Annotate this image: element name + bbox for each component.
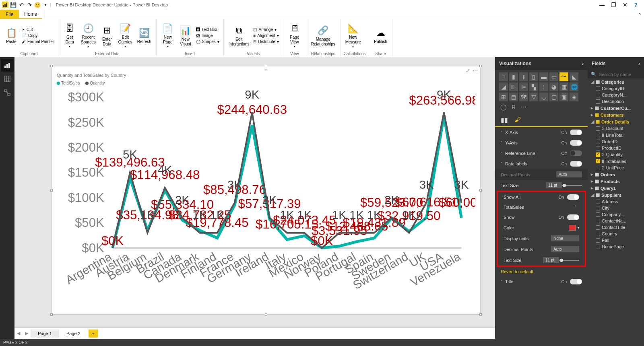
arrange-button[interactable]: ⬚Arrange ▾ — [252, 27, 279, 32]
filled-map-icon[interactable]: 🗺 — [519, 93, 528, 101]
field-quantity[interactable]: ΣQuantity — [588, 151, 644, 158]
format-text-size-top[interactable]: Text Size — [495, 180, 588, 191]
field-fax[interactable]: Fax — [588, 237, 644, 243]
edit-interactions-button[interactable]: ⧉Edit Interactions — [227, 23, 251, 47]
stacked-area-icon[interactable]: ◢ — [499, 82, 508, 91]
format-decimal-top[interactable]: Decimal Points — [495, 169, 588, 180]
revert-default[interactable]: Revert to default — [495, 267, 588, 276]
card-icon[interactable]: ▢ — [549, 93, 558, 101]
text-box-button[interactable]: 🅰Text Box — [195, 27, 220, 32]
field-country[interactable]: Country — [588, 231, 644, 237]
save-icon[interactable]: 💾 — [10, 1, 17, 8]
funnel-icon[interactable]: ▽ — [529, 93, 538, 101]
add-page-button[interactable]: + — [89, 330, 98, 338]
report-canvas[interactable]: ═ ⤢ ⋯ Quantity and TotalSales by Country… — [52, 66, 481, 315]
format-y-axis[interactable]: ˅Y-AxisOn — [495, 138, 588, 148]
table-categories[interactable]: ◢▦Categories — [588, 78, 644, 85]
redo-icon[interactable]: ↷ — [26, 1, 33, 8]
next-page-icon[interactable]: ▶ — [23, 331, 31, 336]
format-painter-button[interactable]: 🖌Format Painter — [21, 39, 55, 44]
donut-icon[interactable]: ◯ — [499, 103, 508, 111]
format-reference-line[interactable]: ˅Reference LineOff — [495, 148, 588, 159]
alignment-button[interactable]: ≡Alignment ▾ — [252, 33, 279, 38]
table-customers[interactable]: ▸▦Customers — [588, 111, 644, 118]
undo-icon[interactable]: ↶ — [18, 1, 25, 8]
paste-button[interactable]: 📋Paste — [3, 26, 19, 45]
decimal-top-input[interactable] — [556, 171, 582, 177]
focus-mode-icon[interactable]: ⤢ — [466, 68, 470, 74]
map-icon[interactable]: 🌐 — [570, 82, 578, 91]
field-homepage[interactable]: HomePage — [588, 243, 644, 250]
pie-icon[interactable]: ◕ — [549, 82, 558, 91]
image-button[interactable]: 🖼Image — [195, 33, 220, 38]
collapse-viz-icon[interactable]: › — [582, 61, 584, 66]
table-suppliers[interactable]: ◢▦Suppliers — [588, 192, 644, 198]
tab-file[interactable]: File — [0, 10, 19, 19]
new-visual-button[interactable]: 📊New Visual — [178, 23, 194, 47]
new-page-button[interactable]: 📄New Page▾ — [160, 21, 176, 49]
format-title[interactable]: ˅TitleOn — [495, 276, 588, 287]
field-totalsales[interactable]: ▮TotalSales — [588, 158, 644, 165]
hundred-column-icon[interactable]: ▭ — [549, 72, 558, 81]
format-tab-icon[interactable]: 🖌 — [514, 116, 521, 124]
data-view-icon[interactable] — [1, 72, 14, 85]
collapse-ribbon-icon[interactable]: ^ — [639, 12, 641, 17]
recent-sources-button[interactable]: 🕘Recent Sources▾ — [79, 21, 97, 49]
shapes-button[interactable]: ◯Shapes ▾ — [195, 39, 220, 44]
multi-card-icon[interactable]: ▣ — [559, 93, 568, 101]
fields-search[interactable]: 🔍 — [588, 70, 644, 78]
table-customercu[interactable]: ▸▦CustomerCu... — [588, 105, 644, 111]
treemap-icon[interactable]: ▦ — [559, 82, 568, 91]
field-productid[interactable]: ProductID — [588, 145, 644, 151]
viz-gallery[interactable]: ≡ ▮ ⫿ ▯ ▬ ▭ 〜 ◣ ◢ ⊪ ⊫ ▚ ⋮ ◕ ▦ 🌐 ⊞ ▤ 🗺 ▽ … — [495, 70, 588, 114]
format-data-labels[interactable]: ˄Data labelsOn — [495, 159, 588, 169]
page-tab-1[interactable]: Page 1 — [31, 330, 59, 338]
more-options-icon[interactable]: ⋯ — [473, 68, 478, 74]
line-stacked-icon[interactable]: ⊪ — [509, 82, 518, 91]
close-icon[interactable]: ✕ — [623, 2, 627, 8]
table-query1[interactable]: ▸▦Query1 — [588, 185, 644, 192]
fields-tab-icon[interactable]: ▮▮ — [501, 116, 508, 124]
decimal-points-input[interactable] — [551, 246, 579, 252]
field-city[interactable]: City — [588, 205, 644, 211]
get-data-button[interactable]: 🗄Get Data▾ — [62, 21, 78, 49]
field-contactname[interactable]: ContactNa... — [588, 218, 644, 224]
text-size-top-input[interactable] — [546, 182, 562, 188]
scatter-icon[interactable]: ⋮ — [539, 82, 548, 91]
drag-handle-icon[interactable]: ═ — [264, 68, 267, 72]
qat-dropdown-icon[interactable]: ▾ — [42, 1, 49, 8]
minimize-icon[interactable]: — — [599, 2, 605, 8]
matrix-icon[interactable]: ▤ — [509, 93, 518, 101]
field-categoryid[interactable]: CategoryID — [588, 85, 644, 92]
field-description[interactable]: Description — [588, 98, 644, 105]
clustered-bar-icon[interactable]: ⫿ — [519, 72, 528, 81]
format-show-all[interactable]: Show AllOn — [498, 192, 585, 202]
refresh-button[interactable]: 🔄Refresh — [136, 26, 153, 45]
format-decimal-points[interactable]: Decimal Points — [498, 244, 585, 255]
enter-data-button[interactable]: ⊞Enter Data — [99, 23, 115, 47]
field-unitprice[interactable]: ΣUnitPrice — [588, 165, 644, 171]
table-icon[interactable]: ⊞ — [499, 93, 508, 101]
copy-button[interactable]: 📄Copy — [21, 33, 55, 38]
area-chart-icon[interactable]: ◣ — [570, 72, 578, 81]
page-tab-2[interactable]: Page 2 — [59, 330, 88, 338]
gauge-icon[interactable]: ◡ — [539, 93, 548, 101]
manage-relationships-button[interactable]: 🔗Manage Relationships — [310, 23, 337, 47]
edit-queries-button[interactable]: 📝Edit Queries▾ — [117, 21, 134, 49]
report-view-icon[interactable] — [1, 59, 14, 72]
page-view-button[interactable]: 🖥Page View▾ — [287, 21, 303, 49]
help-icon[interactable]: ? — [634, 2, 638, 8]
new-measure-button[interactable]: 📐New Measure▾ — [344, 21, 363, 49]
r-visual-icon[interactable]: R — [509, 103, 518, 111]
collapse-fields-icon[interactable]: › — [638, 61, 640, 66]
smiley-icon[interactable]: 🙂 — [34, 1, 41, 8]
line-clustered-icon[interactable]: ⊫ — [519, 82, 528, 91]
distribute-button[interactable]: ⊟Distribute ▾ — [252, 39, 279, 44]
format-x-axis[interactable]: ˅X-AxisOn — [495, 127, 588, 138]
search-input[interactable] — [599, 72, 644, 77]
field-address[interactable]: Address — [588, 198, 644, 205]
stacked-column-icon[interactable]: ▮ — [509, 72, 518, 81]
format-totalsales-section[interactable]: TotalSales˄ — [498, 202, 585, 212]
stacked-bar-icon[interactable]: ≡ — [499, 72, 508, 81]
tab-home[interactable]: Home — [19, 10, 42, 19]
